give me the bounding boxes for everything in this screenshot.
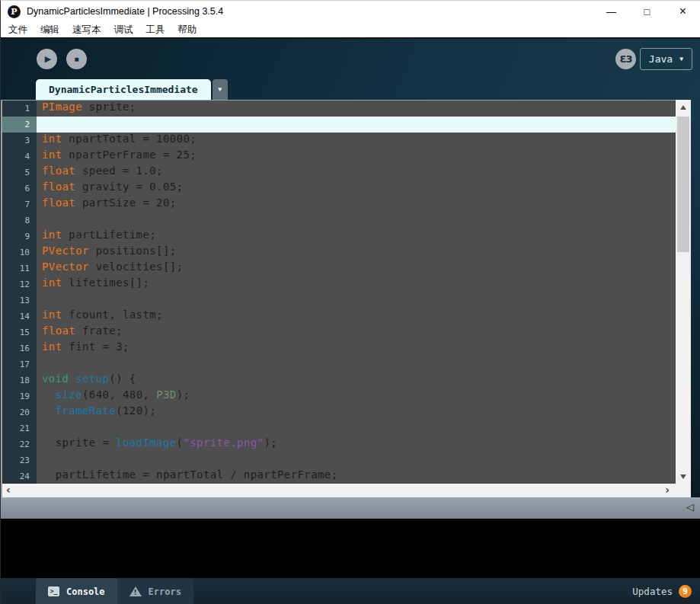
stop-button[interactable]: ■ [66,49,87,69]
run-button[interactable]: ▶ [37,49,57,69]
code-token [69,372,75,385]
code-token: (640, 480, [82,388,156,401]
menu-item[interactable]: 速写本 [72,24,101,37]
code-text [37,213,676,228]
code-text: int fcount, lastm; [37,308,676,324]
updates-count-badge: 9 [679,585,692,598]
toolbar: ▶ ■ Ɛ3 Java ▼ DynamicParticlesImmediate … [1,39,700,100]
vertical-scrollbar-thumb[interactable] [677,117,689,252]
code-token: loadImage [116,436,176,449]
code-token: size [56,388,82,401]
code-line[interactable]: 15float frate; [2,324,676,340]
line-number: 23 [2,452,37,468]
code-token: partLifetime = npartTotal / npartPerFram… [42,468,337,481]
code-token [42,404,56,417]
code-text: PVector positions[]; [37,244,676,260]
code-line[interactable]: 18void setup() { [2,372,676,388]
code-editor[interactable]: 1PImage sprite;23int npartTotal = 10000;… [2,100,676,484]
tab-sketch[interactable]: DynamicParticlesImmediate [36,79,211,100]
footer-bar: >_ Console Errors Updates 9 [1,578,700,604]
code-token: fint = 3; [62,340,129,353]
vertical-scrollbar[interactable] [676,100,691,484]
debug-button[interactable]: Ɛ3 [615,49,636,69]
code-line[interactable]: 23 [2,452,676,468]
code-token: sprite; [82,101,136,113]
close-button[interactable]: × [665,1,700,22]
line-number: 21 [2,420,37,436]
tab-bar: DynamicParticlesImmediate ▼ [36,79,228,100]
code-line[interactable]: 9int partLifetime; [2,228,676,244]
code-text: int partLifetime; [37,228,676,244]
code-token: ); [264,436,277,449]
code-token: positions[]; [89,244,177,257]
tab-menu-button[interactable]: ▼ [213,79,228,100]
code-line[interactable]: 21 [2,420,676,436]
maximize-button[interactable]: □ [629,1,665,22]
tab-console[interactable]: >_ Console [36,578,117,604]
menu-item[interactable]: 调试 [114,24,133,37]
code-line[interactable]: 24 partLifetime = npartTotal / npartPerF… [2,468,676,484]
console-divider[interactable]: ◁ [1,497,700,519]
code-line[interactable]: 8 [2,213,676,228]
code-token: frameRate [56,404,116,417]
code-line[interactable]: 20 frameRate(120); [2,404,676,420]
debug-butterfly-icon: Ɛ3 [619,53,631,65]
window-controls: — □ × [593,1,700,22]
line-number: 2 [2,117,37,133]
menu-item[interactable]: 编辑 [40,24,59,37]
minimize-button[interactable]: — [593,1,629,22]
code-text: size(640, 480, P3D); [37,388,676,404]
line-number: 13 [2,292,37,308]
code-text: int fint = 3; [37,340,676,356]
code-line[interactable]: 22 sprite = loadImage("sprite.png"); [2,436,676,452]
code-token [42,388,56,401]
code-line[interactable]: 3int npartTotal = 10000; [2,133,676,149]
line-number: 9 [2,228,37,244]
terminal-icon: >_ [48,586,59,596]
code-line[interactable]: 17 [2,356,676,372]
code-line[interactable]: 10PVector positions[]; [2,244,676,260]
line-number: 20 [2,404,37,420]
code-line[interactable]: 12int lifetimes[]; [2,276,676,292]
scroll-up-button[interactable] [676,101,691,113]
menu-item[interactable]: 文件 [8,24,27,37]
processing-logo-icon: P [8,5,21,18]
code-text [37,452,676,468]
mode-selector[interactable]: Java ▼ [640,48,692,70]
code-line[interactable]: 19 size(640, 480, P3D); [2,388,676,404]
horizontal-scrollbar[interactable]: ‹ › [2,484,691,497]
code-line[interactable]: 4int npartPerFrame = 25; [2,149,676,165]
line-number: 5 [2,165,37,181]
code-line[interactable]: 6float gravity = 0.05; [2,181,676,197]
errors-tab-label: Errors [149,586,181,597]
code-token: setup [75,372,109,385]
code-text: int lifetimes[]; [37,276,676,292]
scroll-right-icon[interactable]: › [665,484,670,497]
code-token: PVector [42,260,89,273]
code-line[interactable]: 5float speed = 1.0; [2,165,676,181]
code-token: partLifetime; [62,228,157,241]
processing-window: P DynamicParticlesImmediate | Processing… [0,0,700,604]
tab-label: DynamicParticlesImmediate [49,84,198,95]
line-number: 7 [2,197,37,213]
code-line[interactable]: 2 [2,117,676,133]
updates-link[interactable]: Updates 9 [632,578,700,604]
code-token: velocities[]; [89,260,184,273]
code-text: frameRate(120); [37,404,676,420]
code-line[interactable]: 16int fint = 3; [2,340,676,356]
code-line[interactable]: 7float partSize = 20; [2,197,676,213]
scroll-left-icon[interactable]: ‹ [6,484,11,497]
code-token: P3D [156,388,177,401]
tab-errors[interactable]: Errors [117,578,193,604]
code-line[interactable]: 1PImage sprite; [2,101,676,117]
code-line[interactable]: 13 [2,292,676,308]
code-token: int [42,340,62,353]
code-line[interactable]: 11PVector velocities[]; [2,260,676,276]
code-line[interactable]: 14int fcount, lastm; [2,308,676,324]
menu-item[interactable]: 帮助 [178,24,197,37]
menu-item[interactable]: 工具 [146,24,165,37]
code-text: float speed = 1.0; [37,165,676,181]
collapse-console-icon[interactable]: ◁ [686,501,694,513]
scroll-down-button[interactable] [676,471,691,482]
code-token: npartPerFrame = 25; [62,149,197,161]
